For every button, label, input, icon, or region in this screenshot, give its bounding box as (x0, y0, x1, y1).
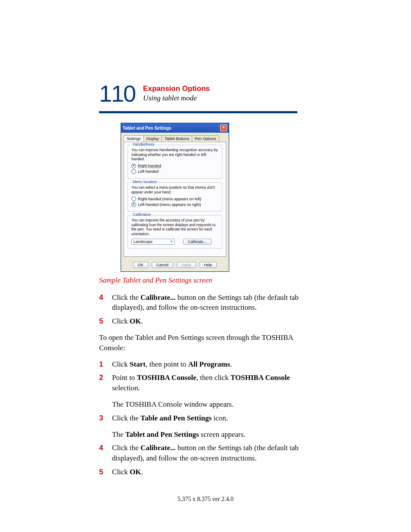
radio-right-handed[interactable]: Right-handed (131, 164, 218, 168)
dialog-titlebar: Tablet and Pen Settings × (121, 123, 229, 133)
radio-icon (131, 202, 136, 207)
page-header: 110 Expansion Options Using tablet mode (99, 82, 312, 105)
step-number: 4 (99, 292, 105, 313)
step-number: 1 (99, 359, 105, 370)
step-text: Click the Calibrate... button on the Set… (112, 443, 312, 464)
step-text: Click OK. (112, 316, 143, 327)
step-list-b: 1 Click Start, then point to All Program… (99, 359, 312, 393)
handedness-group: Handedness You can improve handwriting r… (128, 145, 222, 179)
section-title: Using tablet mode (143, 94, 210, 103)
menu-location-group: Menu location You can select a menu posi… (128, 182, 222, 212)
step-text: Click Start, then point to All Programs. (112, 359, 232, 370)
figure-caption: Sample Tablet and Pen Settings screen (99, 276, 312, 285)
radio-icon (131, 169, 136, 174)
page-footer: 5.375 x 8.375 ver 2.4.0 (0, 496, 411, 503)
list-item: 5 Click OK. (99, 467, 312, 477)
step-list-b2: 3 Click the Table and Pen Settings icon. (99, 413, 312, 423)
list-item: 5 Click OK. (99, 316, 312, 327)
dialog-button-row: OK Cancel Apply Help (121, 259, 229, 271)
radio-left-handed[interactable]: Left-handed (131, 169, 218, 174)
tab-tablet-buttons[interactable]: Tablet Buttons (162, 135, 192, 142)
list-item: 3 Click the Table and Pen Settings icon. (99, 413, 312, 423)
cancel-button[interactable]: Cancel (152, 262, 173, 268)
step-list-a: 4 Click the Calibrate... button on the S… (99, 292, 312, 327)
calibrate-button[interactable]: Calibrate... (183, 239, 212, 245)
list-item: 1 Click Start, then point to All Program… (99, 359, 312, 370)
list-item: 4 Click the Calibrate... button on the S… (99, 443, 312, 464)
dialog-title: Tablet and Pen Settings (123, 126, 171, 131)
radio-icon (131, 164, 136, 168)
handedness-legend: Handedness (131, 142, 156, 146)
radio-label: Right-handed (138, 164, 161, 168)
tab-body: Handedness You can improve handwriting r… (124, 142, 226, 257)
apply-button[interactable]: Apply (177, 262, 196, 268)
tab-settings[interactable]: Settings (124, 135, 144, 142)
ok-button[interactable]: OK (133, 262, 148, 268)
step-number: 4 (99, 443, 105, 464)
step-text: Point to TOSHIBA Console, then click TOS… (112, 373, 312, 393)
calibration-group: Calibration You can improve the accuracy… (128, 215, 222, 249)
radio-menu-right[interactable]: Left-handed (menu appears on right) (131, 202, 218, 207)
chapter-title: Expansion Options (143, 84, 210, 93)
tablet-pen-settings-dialog: Tablet and Pen Settings × Settings Displ… (121, 123, 229, 272)
radio-label: Left-handed (menu appears on right) (138, 202, 201, 207)
handedness-description: You can improve handwriting recognition … (131, 148, 218, 162)
close-icon[interactable]: × (220, 124, 227, 131)
dialog-tabs: Settings Display Tablet Buttons Pen Opti… (121, 133, 229, 142)
chevron-down-icon: ▾ (171, 240, 172, 243)
calibration-description: You can improve the accuracy of your pen… (131, 218, 218, 236)
step-list-b3: 4 Click the Calibrate... button on the S… (99, 443, 312, 477)
step-text: Click the Calibrate... button on the Set… (112, 292, 312, 313)
orientation-combo[interactable]: Landscape ▾ (131, 239, 174, 245)
step-number: 3 (99, 413, 105, 423)
page-number: 110 (99, 82, 135, 105)
paragraph: The Tablet and Pen Settings screen appea… (112, 429, 312, 440)
step-text: Click OK. (112, 467, 143, 477)
help-button[interactable]: Help (199, 262, 217, 268)
radio-label: Left-handed (138, 169, 159, 174)
step-number: 5 (99, 467, 105, 477)
tab-display[interactable]: Display (143, 135, 162, 142)
radio-icon (131, 196, 136, 201)
list-item: 2 Point to TOSHIBA Console, then click T… (99, 373, 312, 393)
paragraph: To open the Tablet and Pen Settings scre… (99, 333, 312, 353)
list-item: 4 Click the Calibrate... button on the S… (99, 292, 312, 313)
calibration-legend: Calibration (131, 212, 153, 217)
menu-legend: Menu location (131, 180, 158, 184)
step-number: 5 (99, 316, 105, 327)
step-text: Click the Table and Pen Settings icon. (112, 413, 228, 423)
radio-label: Right-handed (menu appears on left) (138, 197, 201, 201)
menu-description: You can select a menu position so that m… (131, 185, 218, 194)
tab-pen-options[interactable]: Pen Options (192, 135, 219, 142)
header-rule (99, 111, 297, 113)
radio-menu-left[interactable]: Right-handed (menu appears on left) (131, 196, 218, 201)
step-number: 2 (99, 373, 105, 393)
combo-value: Landscape (134, 240, 153, 244)
paragraph: The TOSHIBA Console window appears. (112, 399, 312, 410)
